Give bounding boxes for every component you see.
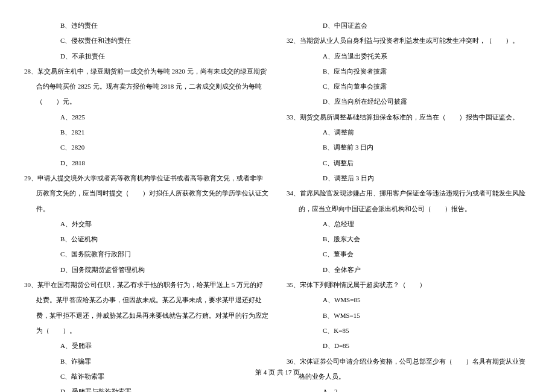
- q30-option-b: B、诈骗罪: [24, 354, 268, 369]
- q36-option-a: A、2: [287, 384, 531, 392]
- q27-option-b: B、违约责任: [24, 18, 268, 33]
- q34-option-b: B、股东大会: [287, 232, 531, 247]
- q35-option-a: A、WMS=85: [287, 292, 531, 308]
- q28-option-b: B、2821: [24, 125, 268, 140]
- q32-option-c: C、应当向董事会披露: [287, 79, 531, 94]
- q32-option-a: A、应当退出委托关系: [287, 49, 531, 64]
- q30-option-a: A、受贿罪: [24, 338, 268, 353]
- page-content: B、违约责任 C、侵权责任和违约责任 D、不承担责任 28、某交易所主机中，绿豆…: [0, 0, 555, 392]
- q35-text: 35、宋体下列哪种情况属于超卖状态？（ ）: [287, 277, 531, 292]
- q28-text: 28、某交易所主机中，绿豆期货前一成交价为每吨 2820 元，尚有未成交的绿豆期…: [24, 64, 268, 110]
- q28-option-d: D、2818: [24, 156, 268, 171]
- q33-option-d: D、调整后 3 日内: [287, 171, 531, 186]
- q29-option-d: D、国务院期货监督管理机构: [24, 262, 268, 277]
- q29-text: 29、申请人提交境外大学或者高等教育机构学位证书或者高等教育文凭，或者非学历教育…: [24, 171, 268, 217]
- q28-option-c: C、2820: [24, 140, 268, 155]
- q32-option-b: B、应当向投资者披露: [287, 64, 531, 79]
- q30-option-d: D、受贿罪与敲诈勒索罪: [24, 384, 268, 392]
- q35-option-b: B、WMS=15: [287, 308, 531, 323]
- q29-option-c: C、国务院教育行政部门: [24, 247, 268, 262]
- q33-text: 33、期货交易所调整基础结算担保金标准的，应当在（ ）报告中国证监会。: [287, 110, 531, 125]
- q34-text: 34、首席风险官发现涉嫌占用、挪用客户保证金等违法违规行为或者可能发生风险的，应…: [287, 186, 531, 217]
- q34-option-c: C、董事会: [287, 247, 531, 262]
- q28-option-a: A、2825: [24, 110, 268, 125]
- q35-option-d: D、D=85: [287, 338, 531, 353]
- q30-text: 30、某甲在国有期货公司任职，某乙有求于他的职务行为，给某甲送上 5 万元的好处…: [24, 277, 268, 338]
- q32-option-d: D、应当向所在经纪公司披露: [287, 94, 531, 109]
- page-footer: 第 4 页 共 17 页: [0, 368, 555, 377]
- q33-option-b: B、调整前 3 日内: [287, 140, 531, 155]
- q33-option-c: C、调整后: [287, 156, 531, 171]
- q34-option-a: A、总经理: [287, 217, 531, 232]
- left-column: B、违约责任 C、侵权责任和违约责任 D、不承担责任 28、某交易所主机中，绿豆…: [24, 18, 268, 392]
- q34-option-d: D、全体客户: [287, 262, 531, 277]
- q27-option-c: C、侵权责任和违约责任: [24, 33, 268, 48]
- q31-option-d: D、中国证监会: [287, 18, 531, 33]
- q32-text: 32、当期货从业人员自身利益与投资者利益发生或可能发生冲突时，（ ）。: [287, 33, 531, 48]
- q35-option-c: C、K=85: [287, 323, 531, 338]
- right-column: D、中国证监会 32、当期货从业人员自身利益与投资者利益发生或可能发生冲突时，（…: [287, 18, 531, 392]
- q27-option-d: D、不承担责任: [24, 49, 268, 64]
- q29-option-b: B、公证机构: [24, 232, 268, 247]
- q33-option-a: A、调整前: [287, 125, 531, 140]
- q29-option-a: A、外交部: [24, 217, 268, 232]
